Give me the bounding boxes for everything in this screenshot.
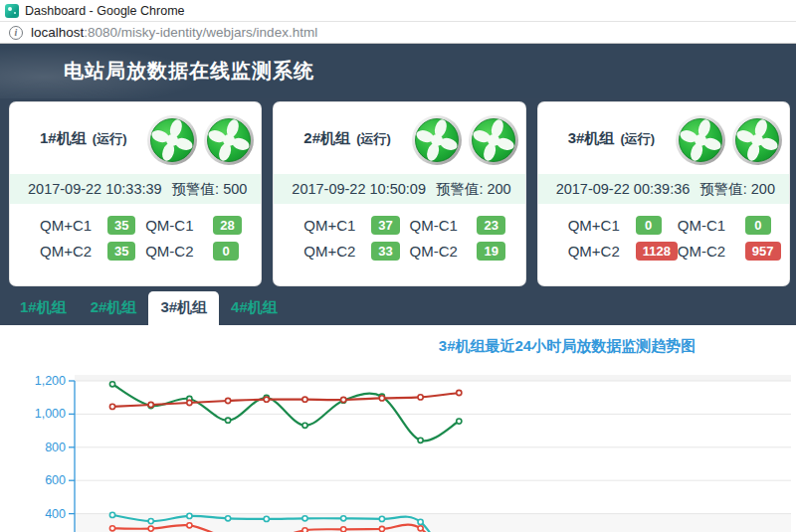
metric-qm-c2: QM-C2957 [678,242,781,261]
unit-card: 3#机组 (运行) 2017-09-22 00:39:36 预警值: 200 Q… [538,102,789,285]
unit-status: (运行) [621,131,656,146]
unit-threshold: 预警值: 200 [699,180,775,199]
svg-text:1,200: 1,200 [35,375,66,388]
fan-icon [203,114,255,166]
unit-metrics: QM+C137QM-C123QM+C233QM-C219 [274,204,524,261]
fan-icon [731,114,783,166]
metric-label: QM+C1 [40,217,101,234]
address-bar[interactable]: i localhost:8080/misky-identity/webjars/… [0,22,796,44]
unit-status: (运行) [356,131,391,146]
metric-label: QM-C2 [409,243,471,260]
metric-label: QM-C2 [145,243,207,260]
unit-timestamp: 2017-09-22 10:50:09 [292,181,426,197]
metric-qm-c1: QM-C123 [409,216,514,235]
chrome-tab-favicon-icon [5,4,19,18]
metric-value-badge: 19 [477,242,504,261]
svg-text:1,000: 1,000 [35,407,66,421]
fan-icon [468,114,519,166]
unit-info-strip: 2017-09-22 00:39:36 预警值: 200 [538,174,789,204]
unit-name: 1#机组 [40,129,87,146]
metric-value-badge: 33 [371,242,399,261]
app-header: 电站局放数据在线监测系统 [0,44,796,98]
page-info-icon[interactable]: i [9,26,23,40]
tab-unit-4[interactable]: 4#机组 [219,291,290,325]
fan-icons [411,110,519,166]
unit-timestamp: 2017-09-22 00:39:36 [556,181,691,197]
fan-icons [146,110,255,166]
unit-metrics: QM+C135QM-C128QM+C235QM-C20 [10,204,261,261]
unit-title: 1#机组 (运行) [40,129,146,148]
metric-value-badge: 28 [213,216,241,235]
unit-name: 2#机组 [303,129,350,146]
unit-info-strip: 2017-09-22 10:33:39 预警值: 500 [10,174,261,204]
metric-qm-c2: QM-C219 [409,242,514,261]
unit-status: (运行) [93,131,127,146]
window-title: Dashboard - Google Chrome [25,4,185,18]
metric-label: QM+C2 [40,243,101,260]
metric-value-badge: 37 [371,216,399,235]
metric-value-badge: 1128 [636,242,678,261]
metric-label: QM-C1 [409,217,471,234]
metric-qm+c1: QM+C10 [568,216,678,235]
header-logo-glow [0,44,219,98]
svg-text:600: 600 [45,473,66,487]
metric-value-badge: 35 [107,216,135,235]
metric-qm+c1: QM+C137 [303,216,409,235]
unit-name: 3#机组 [568,129,615,146]
metric-label: QM+C1 [568,217,630,234]
unit-card: 2#机组 (运行) 2017-09-22 10:50:09 预警值: 200 Q… [274,102,524,285]
metric-label: QM-C1 [145,217,207,234]
chart-title: 3#机组最近24小时局放数据监测趋势图 [338,337,796,356]
unit-timestamp: 2017-09-22 10:33:39 [28,181,162,197]
metric-qm-c1: QM-C128 [145,216,251,235]
metric-label: QM-C1 [678,217,739,234]
unit-title: 3#机组 (运行) [568,129,675,148]
unit-cards-row: 1#机组 (运行) 2017-09-22 10:33:39 预警值: 500 Q… [0,98,796,285]
tab-unit-2[interactable]: 2#机组 [79,291,149,325]
unit-metrics: QM+C10QM-C10QM+C21128QM-C2957 [538,204,789,261]
fan-icon [411,114,463,166]
window-titlebar: Dashboard - Google Chrome [0,0,796,22]
metric-qm+c2: QM+C235 [40,242,145,261]
metric-qm+c1: QM+C135 [40,216,145,235]
chart-panel: 3#机组最近24小时局放数据监测趋势图 1,2001,000800600400 [0,325,796,532]
fan-icon [146,114,198,166]
metric-qm-c1: QM-C10 [678,216,781,235]
metric-value-badge: 0 [213,242,239,261]
metric-label: QM+C2 [303,243,365,260]
tab-unit-3[interactable]: 3#机组 [148,291,219,325]
unit-title: 2#机组 (运行) [303,129,410,148]
metric-qm+c2: QM+C21128 [568,242,678,261]
metric-value-badge: 0 [745,216,771,235]
unit-threshold: 预警值: 500 [172,180,248,199]
fan-icons [675,110,783,166]
metric-label: QM-C2 [678,243,739,260]
metric-value-badge: 35 [107,242,135,261]
metric-label: QM+C1 [303,217,365,234]
svg-text:400: 400 [45,507,66,521]
url-text[interactable]: localhost:8080/misky-identity/webjars/in… [31,25,317,40]
metric-label: QM+C2 [568,243,630,260]
svg-text:800: 800 [45,441,66,454]
unit-tab-bar: 1#机组2#机组3#机组4#机组 [0,285,796,325]
metric-value-badge: 957 [745,242,781,261]
metric-qm-c2: QM-C20 [145,242,251,261]
unit-info-strip: 2017-09-22 10:50:09 预警值: 200 [274,174,524,204]
fan-icon [675,114,726,166]
tab-unit-1[interactable]: 1#机组 [8,291,79,325]
metric-qm+c2: QM+C233 [303,242,409,261]
unit-threshold: 预警值: 200 [436,180,511,199]
metric-value-badge: 0 [636,216,662,235]
unit-card: 1#机组 (运行) 2017-09-22 10:33:39 预警值: 500 Q… [10,102,261,285]
trend-line-chart: 1,2001,000800600400 [0,375,796,532]
metric-value-badge: 23 [477,216,504,235]
